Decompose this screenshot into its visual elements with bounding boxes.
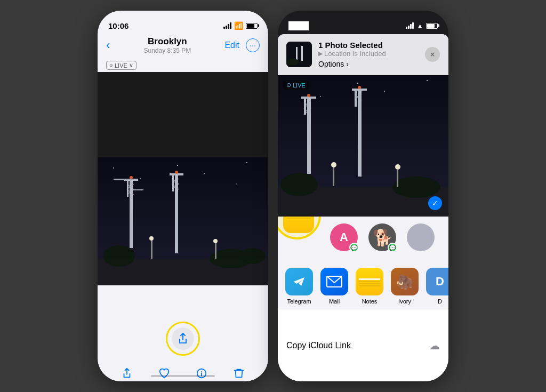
app-d[interactable]: D D (426, 268, 448, 305)
contact-a-avatar: A 💬 (330, 223, 358, 251)
svg-point-35 (213, 239, 218, 243)
location-icon: ▶ (318, 50, 323, 57)
chevron-down-icon: ∨ (129, 62, 133, 69)
contact-placeholder[interactable] (407, 223, 435, 251)
svg-point-38 (201, 371, 202, 372)
contact-dog[interactable]: 🐕 💬 (368, 223, 396, 251)
contact-a[interactable]: A 💬 (330, 223, 358, 251)
edit-button[interactable]: Edit (224, 41, 239, 50)
telegram-label: Telegram (287, 298, 311, 305)
signal-icon-1 (223, 22, 231, 29)
share-sheet: 1 Photo Selected ▶ Location Is Included … (278, 34, 448, 381)
svg-point-5 (204, 173, 205, 174)
album-title: Brooklyn (144, 36, 191, 47)
svg-rect-40 (296, 47, 298, 60)
telegram-icon (285, 268, 313, 295)
nav-actions: Edit ··· (224, 38, 260, 52)
d-icon: D (426, 268, 448, 295)
live-text: LIVE (293, 82, 306, 89)
svg-point-64 (307, 94, 310, 97)
svg-point-29 (103, 245, 135, 267)
contact-dog-avatar: 🐕 💬 (368, 223, 396, 251)
app-notes[interactable]: Notes (356, 268, 383, 305)
cloud-icon: ☁ (429, 339, 440, 352)
svg-point-31 (239, 248, 266, 264)
title-area: Brooklyn Sunday 8:35 PM (144, 36, 191, 54)
back-button[interactable]: ‹ (106, 38, 110, 52)
svg-rect-25 (133, 189, 143, 190)
copy-link-row[interactable]: Copy iCloud Link ☁ (278, 309, 448, 381)
svg-rect-72 (397, 170, 398, 187)
info-button[interactable] (194, 365, 210, 381)
svg-rect-41 (301, 46, 303, 61)
trash-button[interactable] (231, 365, 247, 381)
live-icon: ⊙ (286, 82, 291, 89)
toolbar-icons-row (98, 365, 268, 381)
wifi-icon-1: 📶 (234, 21, 243, 30)
share-toolbar-button[interactable] (119, 365, 135, 381)
svg-point-46 (320, 96, 321, 97)
svg-point-42 (286, 59, 299, 65)
svg-rect-70 (333, 167, 334, 186)
apps-row: Telegram Mail (278, 263, 448, 309)
share-header: 1 Photo Selected ▶ Location Is Included … (278, 34, 448, 75)
status-bar-1: 10:06 📶 (98, 11, 268, 34)
copy-link-text: Copy iCloud Link (286, 341, 351, 350)
message-badge-a: 💬 (349, 243, 359, 252)
wifi-icon-2: ▲ (416, 22, 423, 30)
status-icons-2: ▲ (406, 22, 438, 30)
contacts-row: Notes A 💬 🐕 💬 (278, 217, 448, 263)
phones-container: 10:06 📶 ‹ Brooklyn Sunday 8:35 PM E (87, 0, 459, 392)
svg-point-47 (357, 83, 358, 84)
svg-rect-32 (151, 240, 152, 259)
notes-highlighted[interactable]: Notes (283, 217, 314, 263)
battery-icon-2 (426, 23, 438, 29)
mail-label: Mail (329, 298, 340, 305)
svg-point-67 (280, 173, 318, 196)
app-ivory[interactable]: 🦣 Ivory (391, 268, 419, 305)
status-bar-2: 10:06 ▲ (278, 11, 448, 34)
svg-point-69 (331, 162, 336, 167)
svg-point-27 (175, 171, 178, 174)
options-row: Options › (318, 60, 419, 68)
share-icon[interactable] (176, 332, 189, 345)
live-label: LIVE (115, 62, 127, 69)
share-subtitle: ▶ Location Is Included (318, 50, 419, 58)
battery-icon-1 (246, 23, 258, 29)
nav-bar-1: ‹ Brooklyn Sunday 8:35 PM Edit ··· (98, 34, 268, 59)
app-mail[interactable]: Mail (320, 268, 348, 305)
live-badge[interactable]: ⊙ LIVE ∨ (106, 61, 136, 70)
time-1: 10:06 (108, 21, 129, 30)
app-telegram[interactable]: Telegram (285, 268, 313, 305)
svg-point-6 (246, 162, 247, 163)
notes-small-icon (356, 268, 383, 295)
d-label: D (438, 298, 442, 305)
home-indicator (151, 375, 215, 377)
check-badge: ✓ (428, 196, 442, 210)
album-subtitle: Sunday 8:35 PM (144, 47, 191, 54)
more-button[interactable]: ··· (246, 38, 260, 52)
signal-icon-2 (406, 22, 414, 29)
close-button[interactable]: × (425, 47, 440, 62)
svg-rect-24 (114, 179, 133, 180)
photo-upper (98, 72, 268, 157)
options-button[interactable]: Options › (318, 60, 349, 68)
svg-point-49 (427, 80, 428, 81)
time-2: 10:06 (288, 21, 309, 30)
contact-placeholder-avatar (407, 223, 435, 251)
share-title: 1 Photo Selected (318, 41, 419, 50)
share-thumbnail (286, 42, 312, 67)
live-badge-bar: ⊙ LIVE ∨ (98, 59, 268, 72)
photo-main (98, 157, 268, 285)
heart-button[interactable] (156, 365, 172, 381)
notes-glow-circle (278, 217, 321, 239)
svg-rect-34 (215, 243, 216, 259)
live-badge-overlay: ⊙ LIVE (283, 81, 309, 90)
home-indicator-2 (331, 375, 395, 377)
share-info: 1 Photo Selected ▶ Location Is Included … (318, 41, 419, 68)
phone-1: 10:06 📶 ‹ Brooklyn Sunday 8:35 PM E (98, 11, 268, 381)
live-dot: ⊙ (109, 63, 113, 68)
share-highlight-circle (166, 322, 200, 356)
mail-icon (320, 268, 348, 295)
notes-small-label: Notes (362, 298, 378, 305)
